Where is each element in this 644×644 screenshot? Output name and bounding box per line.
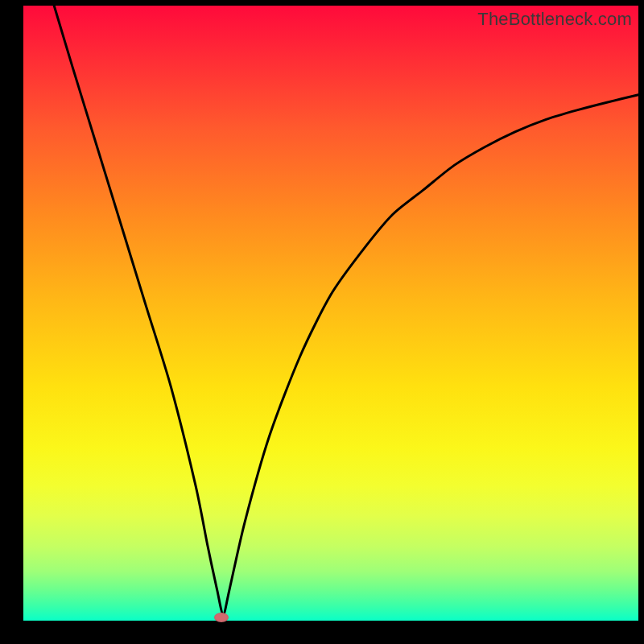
plot-area: TheBottleneck.com — [23, 6, 638, 621]
chart-frame: TheBottleneck.com — [0, 0, 644, 644]
minimum-marker — [214, 613, 229, 622]
curve-svg — [23, 6, 638, 621]
bottleneck-curve — [54, 6, 638, 614]
